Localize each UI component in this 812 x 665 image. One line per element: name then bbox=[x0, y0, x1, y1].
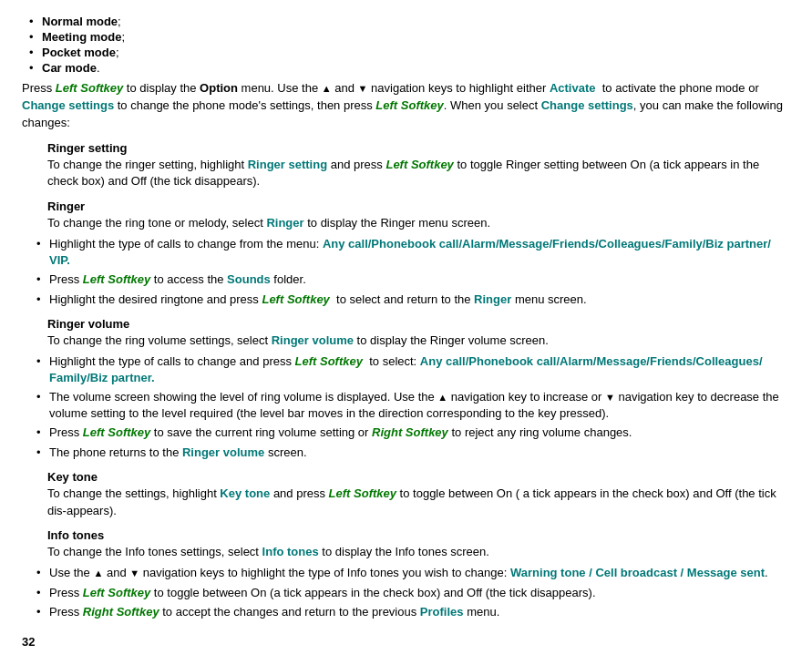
info-tones-body: To change the Info tones settings, selec… bbox=[47, 544, 790, 561]
ringer-volume-bullets: Highlight the type of calls to change an… bbox=[22, 353, 790, 461]
info-tones-section: Info tones To change the Info tones sett… bbox=[22, 528, 790, 561]
list-item: Pocket mode; bbox=[29, 46, 790, 59]
list-item: Normal mode; bbox=[29, 15, 790, 28]
list-item: Press Left Softkey to toggle between On … bbox=[36, 585, 790, 601]
list-item: Car mode. bbox=[29, 61, 790, 75]
list-item: Highlight the type of calls to change an… bbox=[36, 353, 790, 386]
ringer-volume-body: To change the ring volume settings, sele… bbox=[47, 332, 790, 350]
ringer-body: To change the ring tone or melody, selec… bbox=[47, 215, 790, 232]
list-item: The volume screen showing the level of r… bbox=[36, 389, 790, 422]
ringer-setting-section: Ringer setting To change the ringer sett… bbox=[22, 141, 790, 191]
ringer-setting-body: To change the ringer setting, highlight … bbox=[47, 157, 790, 191]
ringer-bullets: Highlight the type of calls to change fr… bbox=[22, 236, 790, 308]
ringer-header: Ringer bbox=[47, 200, 790, 213]
ringer-volume-header: Ringer volume bbox=[47, 317, 790, 331]
list-item: Highlight the type of calls to change fr… bbox=[36, 236, 790, 269]
list-item: Press Left Softkey to access the Sounds … bbox=[36, 271, 790, 288]
list-item: Press Right Softkey to accept the change… bbox=[36, 604, 790, 620]
list-item: Highlight the desired ringtone and press… bbox=[36, 292, 790, 308]
info-tones-header: Info tones bbox=[47, 528, 790, 542]
list-item: The phone returns to the Ringer volume s… bbox=[36, 445, 790, 461]
list-item: Use the ▲ and ▼ navigation keys to highl… bbox=[36, 565, 790, 581]
key-tone-section: Key tone To change the settings, highlig… bbox=[22, 470, 790, 520]
ringer-volume-section: Ringer volume To change the ring volume … bbox=[22, 317, 790, 350]
info-tones-bullets: Use the ▲ and ▼ navigation keys to highl… bbox=[22, 565, 790, 620]
key-tone-body: To change the settings, highlight Key to… bbox=[47, 486, 790, 520]
list-item: Meeting mode; bbox=[29, 30, 790, 44]
top-list: Normal mode; Meeting mode; Pocket mode; … bbox=[22, 15, 790, 75]
page-number: 32 bbox=[22, 635, 790, 649]
list-item: Press Left Softkey to save the current r… bbox=[36, 425, 790, 441]
ringer-setting-header: Ringer setting bbox=[47, 141, 790, 155]
key-tone-header: Key tone bbox=[47, 470, 790, 484]
ringer-section: Ringer To change the ring tone or melody… bbox=[22, 200, 790, 232]
intro-paragraph: Press Left Softkey to display the Option… bbox=[22, 80, 790, 132]
